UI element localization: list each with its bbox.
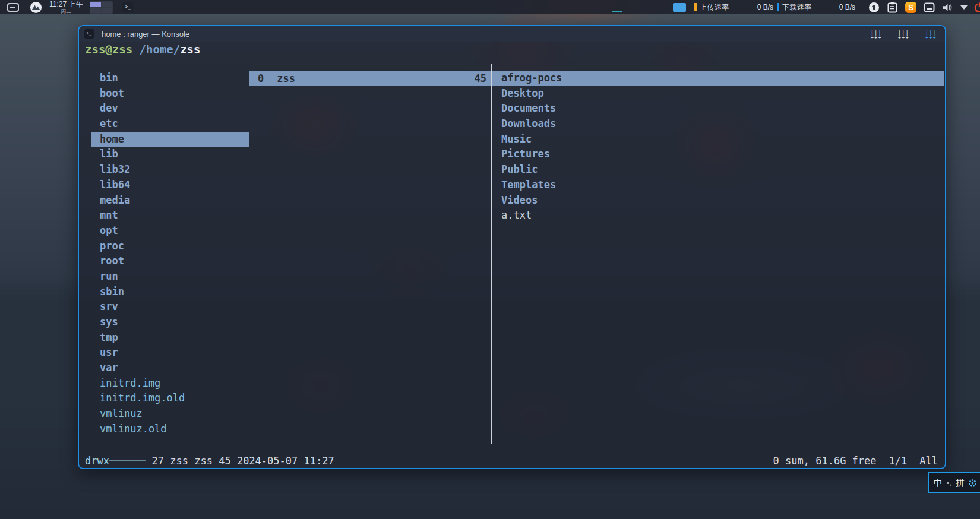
file-item-srv[interactable]: srv [91,299,249,315]
file-name: boot [100,87,124,99]
page-indicator: 1/1 [889,454,908,469]
upload-bar-icon [694,3,697,11]
upload-rate-widget: 上传速率 0 B/s [694,2,773,12]
file-item-tmp[interactable]: tmp [91,330,249,346]
filter-indicator: All [919,454,938,469]
file-item-proc[interactable]: proc [91,239,249,254]
window-close-button[interactable] [925,29,935,39]
file-item-zss[interactable]: 0 zss 45 [249,71,491,86]
file-item-sbin[interactable]: sbin [91,284,249,300]
file-item-Downloads[interactable]: Downloads [492,116,944,132]
clock-time: 11:27 上午 [49,1,83,8]
file-name: Downloads [501,118,556,129]
file-name: bin [100,72,118,84]
file-item-run[interactable]: run [91,269,249,284]
file-name: afrog-pocs [501,72,562,84]
file-item-var[interactable]: var [91,360,249,376]
file-item-root[interactable]: root [91,254,249,269]
ime-lang-indicator[interactable]: 中 [934,477,943,489]
file-item-opt[interactable]: opt [91,223,249,239]
power-icon[interactable] [973,2,980,13]
updates-icon[interactable] [868,2,880,13]
file-item-bin[interactable]: bin [91,71,249,86]
file-item-vmlinuz[interactable]: vmlinuz [91,406,249,422]
pager-desktop-4[interactable] [102,8,112,13]
ime-gear-icon[interactable] [968,479,977,488]
file-item-home[interactable]: home [91,132,249,147]
ranger-path-header: zss@zss /home/zss [85,43,200,56]
show-desktop-icon[interactable] [7,3,19,12]
file-name: lib [100,148,118,160]
virtual-desktop-pager[interactable] [90,1,113,14]
file-name: Pictures [501,148,550,160]
ime-pinyin-indicator[interactable]: 拼 [956,477,965,489]
konsole-window: home : ranger — Konsole zss@zss /home/zs… [78,25,946,469]
file-name: vmlinuz [100,407,143,419]
window-title: home : ranger — Konsole [102,30,189,39]
file-name: home [100,133,124,145]
pager-desktop-1[interactable] [90,2,101,7]
sogou-letter: S [905,2,916,13]
taskbar-konsole-icon[interactable] [122,2,133,12]
file-item-vmlinuz.old[interactable]: vmlinuz.old [91,422,249,437]
clock-widget[interactable]: 11:27 上午 周二 [49,1,83,14]
file-name: var [100,362,118,374]
ranger-panes: binbootdevetchomeliblib32lib64mediamntop… [91,64,944,444]
input-method-panel[interactable]: 中 •, 拼 [928,472,980,493]
file-name: media [100,194,130,206]
monitor-widget [612,11,622,12]
file-name: Documents [501,102,556,114]
ime-punct-indicator[interactable]: •, [947,479,952,486]
ranger-terminal[interactable]: zss@zss /home/zss binbootdevetchomelibli… [79,42,945,468]
permissions-dashes: ────── [109,454,146,469]
file-item-Desktop[interactable]: Desktop [492,86,944,102]
file-item-mnt[interactable]: mnt [91,208,249,223]
file-item-boot[interactable]: boot [91,86,249,102]
file-item-lib32[interactable]: lib32 [91,162,249,178]
file-item-initrd.img.old[interactable]: initrd.img.old [91,391,249,406]
file-item-a.txt[interactable]: a.txt [492,208,944,223]
file-name: Music [501,133,532,145]
file-name: opt [100,224,118,236]
window-minimize-button[interactable] [871,29,881,39]
file-item-lib64[interactable]: lib64 [91,178,249,193]
clock-weekday: 周二 [49,9,83,14]
color-swatch-widget[interactable] [673,3,686,12]
terminal-tray-icon[interactable] [924,2,935,13]
file-item-etc[interactable]: etc [91,116,249,132]
pager-desktop-2[interactable] [102,2,112,7]
file-name: run [100,270,118,282]
download-rate-widget: 下载速率 0 B/s [777,2,855,12]
konsole-icon [84,29,94,39]
file-item-Public[interactable]: Public [492,162,944,178]
file-item-initrd.img[interactable]: initrd.img [91,376,249,391]
window-maximize-button[interactable] [898,29,908,39]
file-item-usr[interactable]: usr [91,345,249,360]
file-name: usr [100,346,118,358]
file-item-media[interactable]: media [91,193,249,208]
volume-icon[interactable] [942,2,953,13]
file-item-sys[interactable]: sys [91,315,249,330]
current-directory-column: 0 zss 45 [249,64,492,444]
file-item-Pictures[interactable]: Pictures [492,147,944,162]
sogou-input-icon[interactable]: S [905,2,916,13]
file-name: sys [100,316,118,328]
tray-expand-chevron-down-icon[interactable] [960,5,968,10]
file-item-Documents[interactable]: Documents [492,101,944,116]
path-prefix: /home/ [132,43,180,56]
file-item-afrog-pocs[interactable]: afrog-pocs [492,71,944,86]
preview-column: afrog-pocsDesktopDocumentsDownloadsMusic… [492,64,944,444]
file-item-dev[interactable]: dev [91,101,249,116]
file-item-Templates[interactable]: Templates [492,178,944,193]
file-name: proc [100,240,124,252]
file-item-Videos[interactable]: Videos [492,193,944,208]
ranger-statusbar: drwx────── 27 zss zss 45 2024-05-07 11:2… [85,454,938,469]
app-launcher-icon[interactable] [30,1,42,14]
file-item-Music[interactable]: Music [492,132,944,147]
file-name: lib64 [100,179,130,191]
window-titlebar[interactable]: home : ranger — Konsole [79,26,945,42]
file-item-lib[interactable]: lib [91,147,249,162]
clipboard-icon[interactable] [887,2,898,13]
pager-desktop-3[interactable] [90,8,101,13]
upload-value: 0 B/s [757,3,773,11]
